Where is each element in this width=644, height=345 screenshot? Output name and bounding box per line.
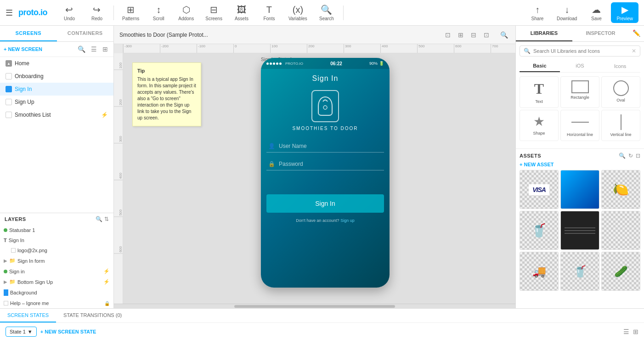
lib-item-text[interactable]: T Text — [520, 76, 559, 108]
patterns-button[interactable]: ⊞ Patterns — [118, 2, 144, 23]
asset-thumb-3[interactable]: 🍋 — [601, 170, 640, 209]
undo-button[interactable]: ↩ Undo — [56, 2, 82, 23]
scrollbar-thumb[interactable] — [234, 305, 395, 308]
screen-item-signup[interactable]: Sign Up — [0, 96, 113, 108]
refresh-assets-icon[interactable]: ↻ — [628, 153, 633, 159]
canvas-action-1[interactable]: ⊡ — [443, 30, 452, 40]
asset-thumb-7[interactable]: 🚚 — [520, 252, 559, 291]
asset-thumb-5[interactable] — [560, 211, 599, 250]
tab-screen-states[interactable]: SCREEN STATES — [0, 309, 56, 322]
text-type-icon: T — [4, 238, 7, 243]
assets-button[interactable]: 🖼 Assets — [229, 3, 254, 23]
layer-item-label: Sign In — [9, 238, 110, 243]
lib-item-label: Shape — [533, 131, 545, 136]
status-right: 90% 🔋 — [369, 61, 384, 66]
tab-ios[interactable]: iOS — [560, 60, 600, 72]
phone-password-input[interactable]: 🔒 Password — [266, 158, 384, 170]
save-button[interactable]: ☁ Save — [583, 2, 609, 23]
redo-button[interactable]: ↪ Redo — [84, 2, 110, 23]
tab-icons[interactable]: Icons — [600, 60, 640, 72]
search-layers-icon[interactable]: 🔍 — [96, 216, 102, 222]
layer-bottom-signup[interactable]: ▶ 📁 Bottom Sign Up ⚡ — [0, 277, 113, 287]
asset-thumb-1[interactable]: VISA — [520, 170, 559, 209]
preview-button[interactable]: ▶ Preview — [611, 2, 638, 23]
chevron-right-icon[interactable]: ▶ — [4, 279, 7, 284]
canvas-viewport[interactable]: Sign In: State 1 375×667 75% Tip This is… — [123, 53, 515, 304]
layer-signin-action[interactable]: Sign in ⚡ — [0, 266, 113, 277]
share-button[interactable]: ↑ Share — [525, 3, 550, 23]
hamburger-icon[interactable]: ☰ — [6, 8, 13, 18]
asset-thumb-9[interactable]: 🥒 — [601, 252, 640, 291]
undo-label: Undo — [64, 16, 75, 21]
lib-item-shape[interactable]: ★ Shape — [520, 110, 559, 141]
lib-item-hline[interactable]: Horizontal line — [560, 110, 599, 141]
signup-link[interactable]: Sign up — [340, 218, 355, 223]
screens-button[interactable]: ⊟ Screens — [201, 2, 227, 23]
phone-app-name: SMOOTHIES TO DOOR — [292, 126, 358, 131]
fonts-button[interactable]: T Fonts — [256, 3, 282, 23]
asset-thumb-4[interactable]: 🥤 — [520, 211, 559, 250]
tab-inspector[interactable]: INSPECTOR — [572, 26, 629, 41]
tab-containers[interactable]: CONTAINERS — [57, 26, 114, 41]
layer-background[interactable]: Background — [0, 287, 113, 298]
grid-view-icon[interactable]: ⊞ — [101, 45, 110, 54]
screen-item-label: Sign In — [15, 86, 32, 92]
new-asset-button[interactable]: + NEW ASSET — [520, 162, 640, 167]
search-screens-icon[interactable]: 🔍 — [76, 45, 87, 54]
layers-section: LAYERS 🔍 ⇅ Statusbar 1 T Sign In logo@2x… — [0, 213, 113, 308]
canvas-action-4[interactable]: ⊡ — [482, 30, 491, 40]
signal-dots — [266, 62, 282, 65]
addons-icon: ⬡ — [182, 4, 190, 15]
download-button[interactable]: ↓ Download — [552, 3, 582, 23]
grid-bottom-icon-1[interactable]: ☰ — [623, 328, 629, 335]
phone-signin-button[interactable]: Sign In — [266, 194, 384, 213]
chevron-right-icon[interactable]: ▶ — [4, 258, 7, 263]
new-screen-button[interactable]: + NEW SCREEN — [4, 46, 74, 52]
addons-button[interactable]: ⬡ Addons — [173, 2, 199, 23]
ruler-mark-100: 0 — [233, 44, 237, 53]
tip-text: This is a typical app Sign In form. In t… — [137, 76, 196, 121]
asset-thumb-6[interactable] — [601, 211, 640, 250]
sort-layers-icon[interactable]: ⇅ — [104, 216, 109, 222]
layer-help[interactable]: Help – Ignore me 🔒 — [0, 298, 113, 308]
lib-item-vline[interactable]: Vertical line — [601, 110, 640, 141]
edit-libraries-icon[interactable]: ✏️ — [629, 26, 644, 41]
tab-screens[interactable]: SCREENS — [0, 26, 57, 41]
layer-signin-text[interactable]: T Sign In — [0, 235, 113, 245]
layer-signin-form[interactable]: ▶ 📁 Sign In form — [0, 255, 113, 266]
canvas-action-3[interactable]: ⊟ — [469, 30, 478, 40]
tab-state-transitions[interactable]: STATE TRANSITIONS (0) — [56, 309, 129, 322]
search-assets-icon[interactable]: 🔍 — [619, 153, 626, 159]
screen-item-signin[interactable]: Sign In — [0, 83, 113, 96]
canvas-action-2[interactable]: ⊞ — [456, 30, 465, 40]
screen-item-smoothies-list[interactable]: Smoothies List ⚡ — [0, 108, 113, 121]
asset-thumb-8[interactable]: 🥤 — [560, 252, 599, 291]
scroll-button[interactable]: ↕ Scroll — [146, 3, 171, 23]
screens-label: Screens — [205, 16, 222, 21]
search-button[interactable]: 🔍 Search — [314, 2, 339, 23]
screen-item-onboarding[interactable]: Onboarding — [0, 70, 113, 83]
clear-search-icon[interactable]: ✕ — [632, 48, 636, 54]
state-selector[interactable]: State 1 ▼ — [6, 327, 37, 337]
asset-thumb-2[interactable] — [560, 170, 599, 209]
grid-bottom-icon-2[interactable]: ⊞ — [633, 328, 638, 335]
canvas-search[interactable]: 🔍 — [498, 30, 510, 40]
lightning-icon: ⚡ — [101, 112, 108, 118]
signal-dot-2 — [270, 62, 272, 65]
tab-basic[interactable]: Basic — [520, 60, 560, 72]
signal-dot-3 — [273, 62, 275, 65]
tab-libraries[interactable]: LIBRARIES — [516, 26, 572, 41]
screen-item-home[interactable]: ▲ Home — [0, 57, 113, 70]
layer-statusbar[interactable]: Statusbar 1 — [0, 225, 113, 235]
list-view-icon[interactable]: ☰ — [89, 45, 99, 54]
new-screen-state-button[interactable]: + NEW SCREEN STATE — [40, 329, 96, 334]
variables-button[interactable]: (x) Variables — [284, 3, 312, 23]
horizontal-scrollbar[interactable] — [114, 304, 515, 308]
lib-item-rectangle[interactable]: Rectangle — [560, 76, 599, 108]
lib-search-input[interactable] — [533, 48, 629, 54]
expand-assets-icon[interactable]: ⊡ — [636, 153, 640, 159]
layer-logo[interactable]: logo@2x.png — [0, 245, 113, 255]
user-icon: 👤 — [268, 143, 275, 149]
lib-item-oval[interactable]: Oval — [601, 76, 640, 108]
phone-username-input[interactable]: 👤 User Name — [266, 140, 384, 153]
